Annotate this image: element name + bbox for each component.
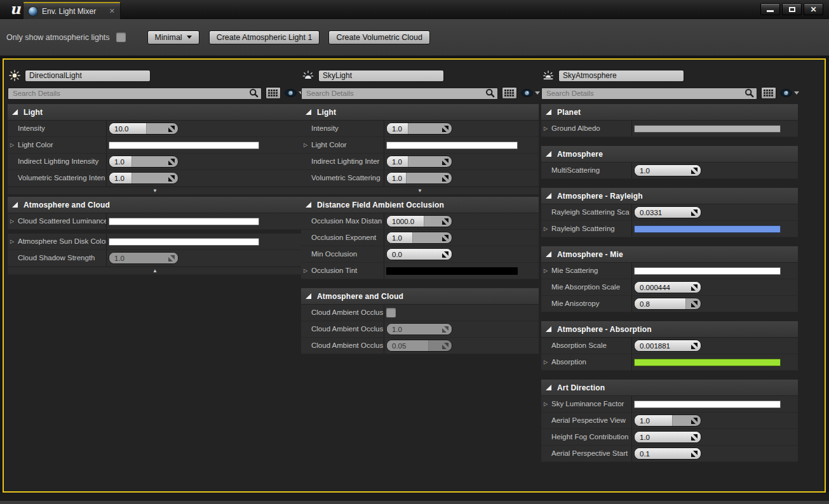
section-header-light[interactable]: Light xyxy=(8,104,302,121)
section-header-art-direction[interactable]: Art Direction xyxy=(541,380,798,396)
section-header-atmosphere-and-cloud[interactable]: Atmosphere and Cloud xyxy=(8,197,302,213)
section-expanded-icon xyxy=(546,109,552,116)
minimize-button[interactable] xyxy=(760,3,780,15)
section-expanded-icon xyxy=(546,193,552,199)
property-label: ▷Light Color xyxy=(301,137,384,153)
sky-atmosphere-search-input[interactable] xyxy=(541,88,757,100)
color-swatch-rayleigh-scattering[interactable] xyxy=(634,225,781,233)
directional-light-search-input[interactable] xyxy=(8,88,262,100)
sky-light-search-input[interactable] xyxy=(301,88,498,100)
numeric-input-indirect-lighting-intensity[interactable]: 1.0 xyxy=(109,156,179,168)
numeric-input-occlusion-exponent[interactable]: 1.0 xyxy=(386,232,452,244)
create-atmospheric-light-button[interactable]: Create Atmospheric Light 1 xyxy=(209,30,320,44)
color-swatch-cloud-scattered-luminance[interactable] xyxy=(109,218,259,225)
numeric-value: 1.0 xyxy=(640,432,650,443)
section-header-atmosphere-mie[interactable]: Atmosphere - Mie xyxy=(541,246,798,263)
section-header-light[interactable]: Light xyxy=(301,104,539,121)
numeric-input-multiscattering[interactable]: 1.0 xyxy=(634,164,701,176)
numeric-input-mie-anisotropy[interactable]: 0.8 xyxy=(634,298,701,310)
directional-light-name-field[interactable] xyxy=(25,70,151,82)
numeric-input-cloud-ambient-occlus: 1.0 xyxy=(386,323,452,335)
property-row-volumetric-scattering-inten: Volumetric Scattering Inten1.0 xyxy=(8,170,302,187)
expander-arrow-icon[interactable]: ▷ xyxy=(10,234,14,249)
property-label: MultiScattering xyxy=(541,162,632,178)
sky-light-name-field[interactable] xyxy=(318,70,444,82)
numeric-input-intensity[interactable]: 10.0 xyxy=(109,123,179,135)
tab-env-light-mixer[interactable]: Env. Light Mixer ✕ xyxy=(23,2,121,19)
property-row-height-fog-contribution: Height Fog Contribution1.0 xyxy=(541,429,798,446)
numeric-input-mie-absorption-scale[interactable]: 0.000444 xyxy=(634,281,701,293)
minimal-dropdown-button[interactable]: Minimal xyxy=(147,30,199,44)
expander-arrow-icon[interactable]: ▷ xyxy=(304,137,307,153)
directional-light-visibility-button[interactable] xyxy=(285,89,302,97)
color-swatch-atmosphere-sun-disk-color[interactable] xyxy=(109,238,259,246)
numeric-input-indirect-lighting-inter[interactable]: 1.0 xyxy=(386,156,452,168)
sky-atmosphere-name-field[interactable] xyxy=(558,70,684,82)
expander-arrow-icon[interactable]: ▷ xyxy=(544,396,548,412)
expand-more-bar[interactable]: ▼ xyxy=(301,187,539,195)
numeric-input-volumetric-scattering[interactable]: 1.0 xyxy=(386,172,452,184)
numeric-input-absorption-scale[interactable]: 0.001881 xyxy=(634,340,701,352)
checkbox-cloud-ambient-occlus[interactable] xyxy=(386,308,396,317)
section-title: Light xyxy=(317,108,336,117)
color-swatch-absorption[interactable] xyxy=(634,359,781,366)
section-expanded-icon xyxy=(546,251,552,258)
numeric-input-aerial-pespective-view[interactable]: 1.0 xyxy=(634,414,701,427)
numeric-value: 10.0 xyxy=(114,123,128,135)
collapse-bar[interactable]: ▲ xyxy=(8,267,302,275)
color-swatch-light-color[interactable] xyxy=(109,142,259,149)
expander-arrow-icon[interactable]: ▷ xyxy=(544,354,548,370)
color-swatch-sky-luminance-factor[interactable] xyxy=(634,401,781,408)
property-row-atmosphere-sun-disk-color: ▷Atmosphere Sun Disk Color xyxy=(8,234,302,250)
only-show-atmospheric-lights-checkbox[interactable] xyxy=(116,32,126,42)
section-header-planet[interactable]: Planet xyxy=(541,104,798,121)
section-title: Distance Field Ambient Occlusion xyxy=(317,201,444,209)
expander-arrow-icon[interactable]: ▷ xyxy=(544,221,548,237)
sky-atmosphere-icon xyxy=(543,70,554,81)
numeric-input-intensity[interactable]: 1.0 xyxy=(386,123,452,135)
section-header-distance-field-ambient-occlusion[interactable]: Distance Field Ambient Occlusion xyxy=(301,197,539,213)
expander-arrow-icon[interactable]: ▷ xyxy=(544,263,548,279)
grid-view-icon xyxy=(504,90,515,97)
color-swatch-ground-albedo[interactable] xyxy=(634,125,781,133)
property-row-mie-scattering: ▷Mie Scattering xyxy=(541,263,798,279)
numeric-value: 1.0 xyxy=(114,156,125,168)
maximize-button[interactable] xyxy=(782,3,802,15)
section-header-atmosphere-rayleigh[interactable]: Atmosphere - Rayleigh xyxy=(541,188,798,204)
numeric-input-height-fog-contribution[interactable]: 1.0 xyxy=(634,431,701,443)
expander-arrow-icon[interactable]: ▷ xyxy=(10,137,14,153)
numeric-input-occlusion-max-distan[interactable]: 1000.0 xyxy=(386,215,452,227)
create-volumetric-cloud-button[interactable]: Create Volumetric Cloud xyxy=(328,30,429,44)
section-header-atmosphere-absorption[interactable]: Atmosphere - Absorption xyxy=(541,321,798,338)
property-label: Occlusion Max Distan xyxy=(301,213,384,229)
numeric-input-rayleigh-scattering-sca[interactable]: 0.0331 xyxy=(634,206,701,218)
property-value: 0.05 xyxy=(384,338,539,354)
color-swatch-light-color[interactable] xyxy=(386,142,518,149)
maximize-icon xyxy=(789,7,795,12)
numeric-input-aerial-perspective-start[interactable]: 0.1 xyxy=(634,448,701,460)
sky-light-visibility-button[interactable] xyxy=(521,89,539,97)
directional-light-grid-view-button[interactable] xyxy=(266,87,281,99)
property-label: ▷Ground Albedo xyxy=(541,121,632,136)
color-swatch-mie-scattering[interactable] xyxy=(634,267,781,275)
section-header-atmosphere[interactable]: Atmosphere xyxy=(541,146,798,162)
numeric-input-min-occlusion[interactable]: 0.0 xyxy=(386,248,452,260)
section-header-atmosphere-and-cloud[interactable]: Atmosphere and Cloud xyxy=(301,288,539,305)
property-row-light-color: ▷Light Color xyxy=(301,137,539,154)
close-button[interactable]: ✕ xyxy=(804,3,823,15)
expander-arrow-icon[interactable]: ▷ xyxy=(544,121,548,136)
sky-atmosphere-grid-view-button[interactable] xyxy=(761,87,776,99)
expand-more-bar[interactable]: ▼ xyxy=(8,187,302,195)
sky-atmosphere-visibility-button[interactable] xyxy=(780,89,798,97)
tab-close-icon[interactable]: ✕ xyxy=(109,8,115,15)
numeric-value: 1.0 xyxy=(114,173,125,184)
expander-arrow-icon[interactable]: ▷ xyxy=(304,263,307,279)
sky-light-grid-view-button[interactable] xyxy=(502,87,517,99)
expander-arrow-icon[interactable]: ▷ xyxy=(10,213,14,229)
property-row-intensity: Intensity1.0 xyxy=(301,121,539,137)
numeric-input-volumetric-scattering-inten[interactable]: 1.0 xyxy=(109,172,179,184)
color-swatch-occlusion-tint[interactable] xyxy=(386,267,518,275)
property-label: Rayleigh Scattering Sca xyxy=(541,204,632,220)
chevron-down-icon xyxy=(794,91,799,95)
property-row-cloud-ambient-occlus: Cloud Ambient Occlus1.0 xyxy=(301,321,539,338)
